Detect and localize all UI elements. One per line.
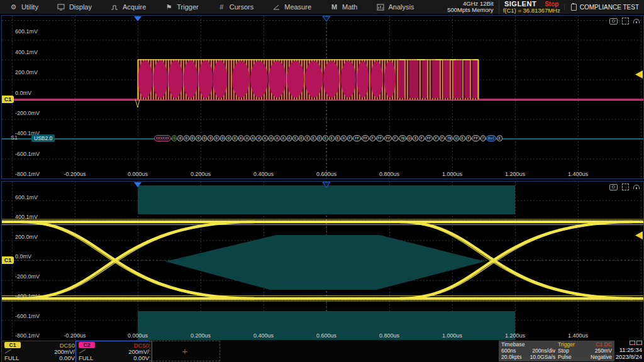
- trigger-type: Pulse: [558, 354, 572, 360]
- plot-corner-toolbar: [609, 18, 640, 25]
- system-time: 11:25:34: [619, 346, 642, 353]
- channel1-box[interactable]: C1 DC50 200mV/ FULL 0.00V: [1, 341, 78, 362]
- decode-token: 7B: [445, 135, 453, 141]
- decode-token: E: [299, 135, 304, 141]
- decode-token: FF: [425, 135, 433, 141]
- compliance-mask: [138, 185, 515, 340]
- menu-item-analysis[interactable]: Analysis: [367, 0, 423, 14]
- decode-token: F: [370, 135, 375, 141]
- brand-logo: SIGLENT: [504, 0, 536, 8]
- decode-token: A: [256, 135, 262, 141]
- camera-icon[interactable]: [609, 18, 618, 25]
- decode-token: A: [262, 135, 268, 141]
- frequency-readout: f(C1) = 36.81367MHz: [503, 8, 560, 14]
- channel2-box[interactable]: C2 DC50 200mV/ FULL 0.00V: [75, 341, 152, 362]
- math-icon: M: [330, 3, 338, 11]
- decode-token: E: [497, 135, 502, 141]
- timebase-title: Timebase: [501, 341, 525, 348]
- system-date: 2023/8/24: [616, 353, 642, 360]
- slope-icon: [4, 349, 12, 354]
- plus-icon: +: [182, 346, 188, 356]
- decode-token: 0: [202, 135, 208, 141]
- trigger-level: 250mV: [595, 348, 612, 354]
- lan-icon: [636, 341, 642, 345]
- decode-token: 0: [232, 135, 238, 141]
- decode-token: A: [269, 135, 274, 141]
- usb2-bus-badge[interactable]: USB2.0: [31, 134, 55, 142]
- decode-token: A: [274, 135, 280, 141]
- run-state-badge[interactable]: Stop: [545, 1, 558, 8]
- decode-token: FF: [353, 135, 360, 141]
- menu-item-measure[interactable]: Measure: [263, 0, 321, 14]
- trigger-slope: Negative: [591, 354, 612, 360]
- timebase-delay: 600ns: [501, 348, 516, 354]
- decode-token: E: [304, 135, 310, 141]
- channel2-bandwidth: FULL: [79, 354, 93, 361]
- channel1-offset-tag[interactable]: C1: [2, 256, 14, 264]
- trigger-box[interactable]: Trigger C1 DC Stop 250mV Pulse Negative: [555, 341, 614, 361]
- gear-icon: ⚙: [9, 3, 18, 11]
- menu-label: Utility: [21, 3, 38, 11]
- timebase-box[interactable]: Timebase 600ns 200ns/div 20.0kpts 10.0GS…: [499, 341, 558, 361]
- decode-token: E: [292, 135, 298, 141]
- eye-diagram-plot[interactable]: 600.1mV400.1mV200.0mV0.0mV-200.0mV-400.1…: [1, 181, 644, 341]
- timebase-points: 20.0kpts: [501, 354, 522, 360]
- decode-token: F: [433, 135, 439, 141]
- lan-status-icons: [630, 341, 642, 345]
- decode-token: 0: [220, 135, 226, 141]
- decode-token: 0xC: [486, 135, 496, 141]
- menu-item-acquire[interactable]: Acquire: [101, 0, 155, 14]
- menu-item-cursors[interactable]: # Cursors: [208, 0, 264, 14]
- add-channel-button[interactable]: +: [150, 341, 220, 361]
- decode-token: F: [466, 135, 472, 141]
- channel2-offset: 0.00V: [133, 354, 149, 361]
- waveform-plot[interactable]: 600.1mV400.1mV200.0mV0.0mV-200.0mV-400.1…: [1, 15, 644, 179]
- clipboard-icon: [571, 4, 577, 11]
- timebase-scale: 200ns/div: [532, 348, 555, 354]
- decode-token: A: [287, 135, 292, 141]
- memory-label: 500Mpts Memory: [447, 7, 493, 13]
- decode-token: 7B: [399, 135, 406, 141]
- decode-token: 0: [214, 135, 219, 141]
- decode-token: FF: [384, 135, 392, 141]
- clock-box[interactable]: 11:25:34 2023/8/24: [612, 341, 643, 360]
- probe-icon[interactable]: [633, 185, 640, 189]
- serial-bus-tag: S1: [11, 134, 18, 141]
- menu-item-display[interactable]: Display: [48, 0, 101, 14]
- eye-diagram-canvas: [2, 182, 643, 340]
- decode-token: 0: [226, 135, 231, 141]
- decode-token: FF: [376, 135, 384, 141]
- menu-item-utility[interactable]: ⚙ Utility: [0, 0, 48, 14]
- compliance-test-button[interactable]: COMPLIANCE TEST: [564, 4, 644, 11]
- probe-icon[interactable]: [633, 19, 640, 23]
- channel1-offset-tag[interactable]: C1: [2, 96, 14, 103]
- sample-rate: 10.0GSa/s: [530, 354, 555, 360]
- trigger-state: Stop: [558, 348, 569, 354]
- menu-item-math[interactable]: M Math: [321, 0, 367, 14]
- decode-token: 7: [480, 135, 486, 141]
- expand-icon[interactable]: [622, 18, 629, 25]
- menu-label: Display: [69, 3, 92, 11]
- channel1-offset: 0.00V: [59, 354, 75, 361]
- decode-token: FF: [362, 135, 369, 141]
- decode-token: FF: [472, 135, 479, 141]
- oscilloscope-screen: ⚙ Utility Display Acquire ⚑ Trigger # Cu…: [0, 0, 644, 362]
- cursors-icon: #: [218, 3, 226, 11]
- menu-item-trigger[interactable]: ⚑ Trigger: [155, 0, 208, 14]
- decode-token: 0: [177, 135, 183, 141]
- decode-token: F: [419, 135, 425, 141]
- menu-label: Acquire: [123, 3, 146, 11]
- display-icon: [57, 4, 65, 11]
- plot-corner-toolbar: [609, 184, 640, 190]
- lan-icon: [630, 341, 635, 345]
- decode-token: A: [244, 135, 250, 141]
- decode-token: 0: [208, 135, 213, 141]
- expand-icon[interactable]: [622, 184, 629, 190]
- camera-icon[interactable]: [609, 184, 618, 190]
- decode-token: A: [238, 135, 244, 141]
- decode-token: A: [280, 135, 286, 141]
- acquire-icon: [111, 4, 119, 11]
- decode-token: E: [323, 135, 328, 141]
- decode-token: E: [329, 135, 335, 141]
- menu-label: Measure: [284, 3, 311, 11]
